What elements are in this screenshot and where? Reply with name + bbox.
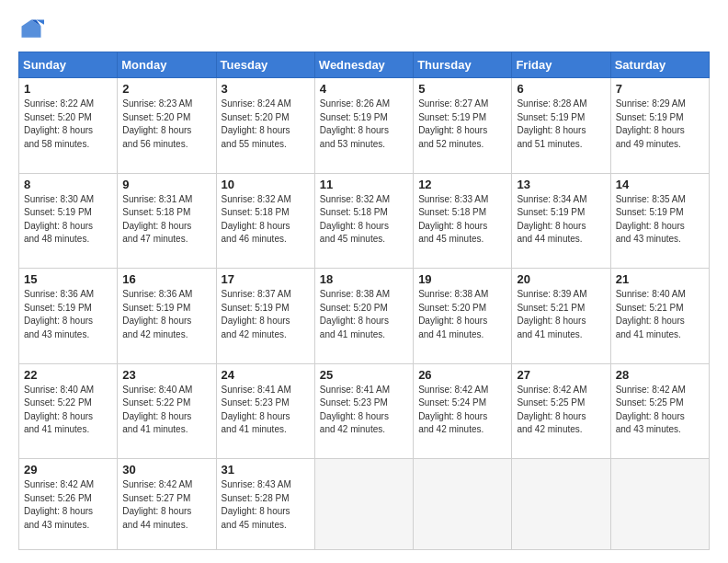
calendar-cell: 16Sunrise: 8:36 AMSunset: 5:19 PMDayligh… (118, 269, 216, 364)
day-number: 4 (320, 82, 408, 96)
week-row-2: 8Sunrise: 8:30 AMSunset: 5:19 PMDaylight… (19, 173, 710, 269)
week-row-4: 22Sunrise: 8:40 AMSunset: 5:22 PMDayligh… (19, 363, 710, 459)
logo-icon (18, 17, 44, 42)
day-number: 1 (24, 82, 112, 96)
day-number: 9 (122, 178, 210, 191)
cell-info: Sunrise: 8:40 AMSunset: 5:22 PMDaylight:… (24, 384, 112, 437)
calendar-cell: 27Sunrise: 8:42 AMSunset: 5:25 PMDayligh… (512, 363, 610, 459)
cell-info: Sunrise: 8:39 AMSunset: 5:21 PMDaylight:… (517, 288, 605, 341)
cell-info: Sunrise: 8:38 AMSunset: 5:20 PMDaylight:… (320, 288, 408, 341)
calendar-cell: 5Sunrise: 8:27 AMSunset: 5:19 PMDaylight… (414, 78, 512, 174)
day-number: 7 (616, 82, 704, 96)
cell-info: Sunrise: 8:42 AMSunset: 5:25 PMDaylight:… (616, 384, 704, 437)
day-number: 19 (418, 272, 506, 286)
calendar-cell: 17Sunrise: 8:37 AMSunset: 5:19 PMDayligh… (216, 269, 314, 364)
calendar-cell: 4Sunrise: 8:26 AMSunset: 5:19 PMDaylight… (314, 78, 413, 174)
day-number: 3 (222, 82, 310, 96)
cell-info: Sunrise: 8:36 AMSunset: 5:19 PMDaylight:… (24, 288, 112, 341)
calendar-cell: 28Sunrise: 8:42 AMSunset: 5:25 PMDayligh… (610, 363, 709, 459)
calendar-cell (314, 459, 413, 550)
cell-info: Sunrise: 8:42 AMSunset: 5:27 PMDaylight:… (122, 478, 210, 532)
calendar-cell: 9Sunrise: 8:31 AMSunset: 5:18 PMDaylight… (118, 173, 216, 269)
day-number: 10 (222, 178, 310, 191)
cell-info: Sunrise: 8:29 AMSunset: 5:19 PMDaylight:… (616, 98, 704, 151)
calendar-cell: 15Sunrise: 8:36 AMSunset: 5:19 PMDayligh… (19, 269, 118, 364)
cell-info: Sunrise: 8:22 AMSunset: 5:20 PMDaylight:… (24, 98, 112, 151)
header-row: SundayMondayTuesdayWednesdayThursdayFrid… (19, 52, 710, 78)
day-number: 18 (320, 272, 408, 286)
week-row-5: 29Sunrise: 8:42 AMSunset: 5:26 PMDayligh… (19, 459, 710, 550)
calendar-cell (512, 459, 610, 550)
day-number: 5 (418, 82, 506, 96)
day-number: 12 (418, 178, 506, 191)
cell-info: Sunrise: 8:31 AMSunset: 5:18 PMDaylight:… (122, 193, 210, 247)
day-number: 23 (122, 368, 210, 382)
cell-info: Sunrise: 8:40 AMSunset: 5:21 PMDaylight:… (616, 288, 704, 341)
day-number: 31 (222, 463, 310, 477)
day-number: 2 (122, 82, 210, 96)
day-number: 17 (222, 272, 310, 286)
day-number: 30 (122, 463, 210, 477)
calendar-cell: 18Sunrise: 8:38 AMSunset: 5:20 PMDayligh… (314, 269, 413, 364)
cell-info: Sunrise: 8:37 AMSunset: 5:19 PMDaylight:… (222, 288, 310, 341)
day-number: 26 (418, 368, 506, 382)
calendar-cell: 7Sunrise: 8:29 AMSunset: 5:19 PMDaylight… (610, 78, 709, 174)
day-header-tuesday: Tuesday (216, 52, 314, 78)
calendar-cell: 14Sunrise: 8:35 AMSunset: 5:19 PMDayligh… (610, 173, 709, 269)
calendar-cell: 3Sunrise: 8:24 AMSunset: 5:20 PMDaylight… (216, 78, 314, 174)
page: SundayMondayTuesdayWednesdayThursdayFrid… (0, 0, 728, 563)
day-number: 20 (517, 272, 605, 286)
day-number: 24 (222, 368, 310, 382)
cell-info: Sunrise: 8:30 AMSunset: 5:19 PMDaylight:… (24, 193, 112, 247)
calendar-cell: 12Sunrise: 8:33 AMSunset: 5:18 PMDayligh… (414, 173, 512, 269)
cell-info: Sunrise: 8:32 AMSunset: 5:18 PMDaylight:… (320, 193, 408, 247)
day-number: 21 (616, 272, 704, 286)
cell-info: Sunrise: 8:43 AMSunset: 5:28 PMDaylight:… (222, 478, 310, 532)
cell-info: Sunrise: 8:24 AMSunset: 5:20 PMDaylight:… (222, 98, 310, 151)
cell-info: Sunrise: 8:28 AMSunset: 5:19 PMDaylight:… (517, 98, 605, 151)
calendar-cell: 30Sunrise: 8:42 AMSunset: 5:27 PMDayligh… (118, 459, 216, 550)
day-number: 22 (24, 368, 112, 382)
cell-info: Sunrise: 8:35 AMSunset: 5:19 PMDaylight:… (616, 193, 704, 247)
calendar-cell (414, 459, 512, 550)
calendar-header: SundayMondayTuesdayWednesdayThursdayFrid… (19, 52, 710, 78)
day-number: 6 (517, 82, 605, 96)
cell-info: Sunrise: 8:36 AMSunset: 5:19 PMDaylight:… (122, 288, 210, 341)
cell-info: Sunrise: 8:41 AMSunset: 5:23 PMDaylight:… (320, 384, 408, 437)
calendar-cell: 11Sunrise: 8:32 AMSunset: 5:18 PMDayligh… (314, 173, 413, 269)
calendar-cell: 10Sunrise: 8:32 AMSunset: 5:18 PMDayligh… (216, 173, 314, 269)
day-number: 15 (24, 272, 112, 286)
day-header-sunday: Sunday (19, 52, 118, 78)
day-header-monday: Monday (118, 52, 216, 78)
day-number: 27 (517, 368, 605, 382)
cell-info: Sunrise: 8:38 AMSunset: 5:20 PMDaylight:… (418, 288, 506, 341)
day-number: 8 (24, 178, 112, 191)
calendar-cell: 26Sunrise: 8:42 AMSunset: 5:24 PMDayligh… (414, 363, 512, 459)
calendar-cell: 31Sunrise: 8:43 AMSunset: 5:28 PMDayligh… (216, 459, 314, 550)
calendar-cell: 29Sunrise: 8:42 AMSunset: 5:26 PMDayligh… (19, 459, 118, 550)
calendar-cell: 24Sunrise: 8:41 AMSunset: 5:23 PMDayligh… (216, 363, 314, 459)
day-number: 29 (24, 463, 112, 477)
day-number: 13 (517, 178, 605, 191)
header (18, 17, 710, 42)
calendar-cell: 25Sunrise: 8:41 AMSunset: 5:23 PMDayligh… (314, 363, 413, 459)
calendar-cell: 1Sunrise: 8:22 AMSunset: 5:20 PMDaylight… (19, 78, 118, 174)
day-number: 25 (320, 368, 408, 382)
day-number: 28 (616, 368, 704, 382)
day-header-thursday: Thursday (414, 52, 512, 78)
cell-info: Sunrise: 8:34 AMSunset: 5:19 PMDaylight:… (517, 193, 605, 247)
cell-info: Sunrise: 8:23 AMSunset: 5:20 PMDaylight:… (122, 98, 210, 151)
calendar-cell: 13Sunrise: 8:34 AMSunset: 5:19 PMDayligh… (512, 173, 610, 269)
calendar-cell: 6Sunrise: 8:28 AMSunset: 5:19 PMDaylight… (512, 78, 610, 174)
calendar-cell (610, 459, 709, 550)
cell-info: Sunrise: 8:42 AMSunset: 5:24 PMDaylight:… (418, 384, 506, 437)
day-number: 14 (616, 178, 704, 191)
logo (18, 17, 48, 42)
calendar-cell: 21Sunrise: 8:40 AMSunset: 5:21 PMDayligh… (610, 269, 709, 364)
day-header-saturday: Saturday (610, 52, 709, 78)
calendar: SundayMondayTuesdayWednesdayThursdayFrid… (18, 52, 710, 550)
calendar-cell: 20Sunrise: 8:39 AMSunset: 5:21 PMDayligh… (512, 269, 610, 364)
day-header-wednesday: Wednesday (314, 52, 413, 78)
calendar-cell: 19Sunrise: 8:38 AMSunset: 5:20 PMDayligh… (414, 269, 512, 364)
calendar-cell: 2Sunrise: 8:23 AMSunset: 5:20 PMDaylight… (118, 78, 216, 174)
